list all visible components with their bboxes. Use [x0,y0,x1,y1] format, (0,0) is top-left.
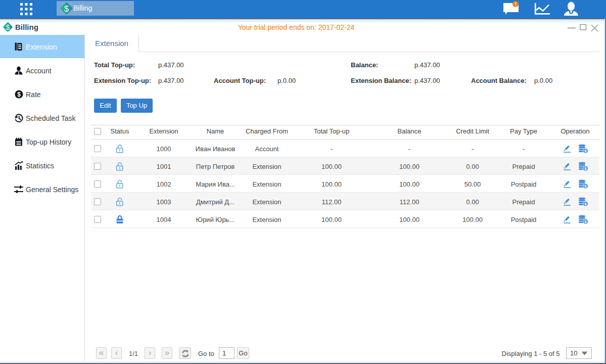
svg-text:$: $ [64,4,69,14]
svg-text:$: $ [584,166,587,171]
svg-text:$: $ [584,149,587,153]
svg-text:$: $ [584,202,587,206]
svg-text:$: $ [17,91,21,98]
svg-text:$: $ [584,184,587,189]
svg-text:$: $ [584,219,587,224]
svg-text:$: $ [6,23,10,31]
